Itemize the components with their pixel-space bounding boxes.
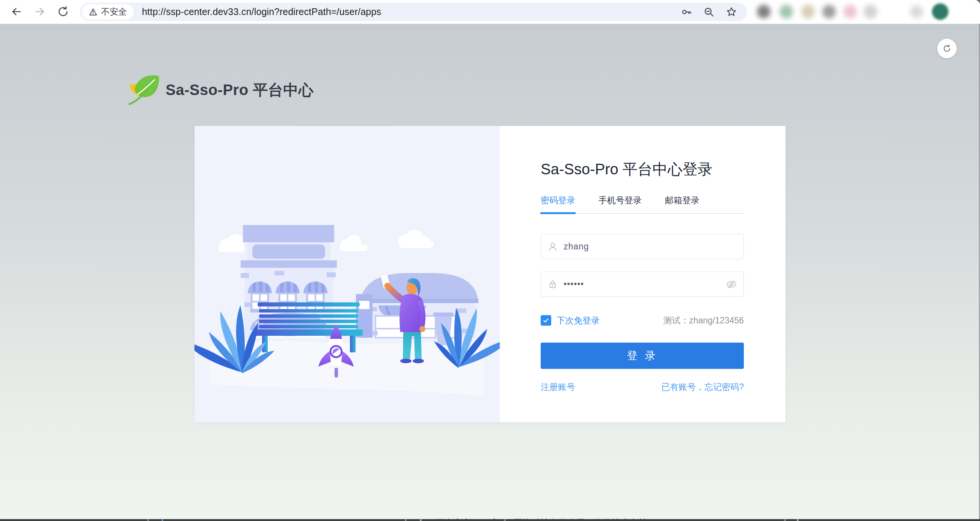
illustration-panel [194,126,500,422]
bookmark-button[interactable] [725,6,737,18]
toggle-password-visibility-button[interactable] [725,278,737,290]
brand-title: Sa-Sso-Pro 平台中心 [165,80,313,100]
city-illustration [194,126,500,422]
username-field [541,234,744,259]
tab-password-login[interactable]: 密码登录 [541,194,575,215]
lock-icon [547,279,558,290]
forward-arrow-icon [33,5,46,18]
extension-icon-3[interactable] [801,5,815,18]
extension-icon-2[interactable] [780,5,793,18]
login-form-panel: Sa-Sso-Pro 平台中心登录 密码登录 手机号登录 邮箱登录 [500,126,786,422]
security-label: 不安全 [101,6,127,18]
page-refresh-button[interactable] [937,39,957,58]
remember-label[interactable]: 下次免登录 [557,315,600,327]
password-input[interactable] [563,273,725,296]
username-input[interactable] [563,235,743,258]
extension-icon-4[interactable] [822,5,836,18]
address-bar-actions [680,6,747,18]
remember-row: 下次免登录 测试：zhang/123456 [541,314,744,327]
profile-avatar[interactable] [932,3,948,20]
warning-triangle-icon [89,8,98,16]
test-credentials-hint: 测试：zhang/123456 [663,315,744,327]
back-arrow-icon [10,5,23,18]
extension-icon-1[interactable] [757,5,770,18]
extension-icon-5[interactable] [843,5,857,18]
remember-checkbox[interactable] [541,315,551,326]
login-title: Sa-Sso-Pro 平台中心登录 [541,159,713,180]
security-chip[interactable]: 不安全 [82,4,134,19]
zoom-out-magnifier-icon [703,6,715,18]
eye-off-icon [725,278,737,290]
tab-email-login[interactable]: 邮箱登录 [665,194,700,215]
browser-forward-button[interactable] [33,5,46,19]
hint-value: zhang/123456 [689,315,744,325]
browser-reload-button[interactable] [56,5,70,19]
url-text: http://ssp-center.dev33.cn/login?redirec… [142,6,381,17]
links-row: 注册账号 已有账号，忘记密码? [541,381,744,393]
password-field [541,272,744,297]
address-bar[interactable]: 不安全 http://ssp-center.dev33.cn/login?red… [80,3,747,21]
user-icon [547,242,558,252]
zoom-button[interactable] [703,6,715,18]
star-outline-icon [725,6,737,18]
login-tabs: 密码登录 手机号登录 邮箱登录 [541,194,744,215]
password-key-button[interactable] [680,6,692,18]
taskbar-edge [0,519,980,521]
reload-icon [57,5,70,18]
login-card: Sa-Sso-Pro 平台中心登录 密码登录 手机号登录 邮箱登录 [194,126,786,422]
browser-back-button[interactable] [10,5,23,19]
forgot-password-link[interactable]: 已有账号，忘记密码? [661,381,744,393]
tab-phone-login[interactable]: 手机号登录 [598,194,642,215]
brand: Sa-Sso-Pro 平台中心 [126,73,313,106]
key-icon [680,6,692,18]
refresh-circle-icon [942,43,952,53]
check-icon [542,317,549,324]
extension-icon-7[interactable] [910,5,923,18]
browser-window: 不安全 http://ssp-center.dev33.cn/login?red… [0,0,980,521]
leaf-logo-icon [126,73,160,106]
extension-icon-6[interactable] [864,5,877,18]
register-link[interactable]: 注册账号 [541,381,575,393]
login-button[interactable]: 登 录 [541,343,744,369]
browser-toolbar: 不安全 http://ssp-center.dev33.cn/login?red… [0,0,980,24]
hint-label: 测试： [663,315,689,325]
login-page: Sa-Sso-Pro 平台中心 [0,24,980,519]
